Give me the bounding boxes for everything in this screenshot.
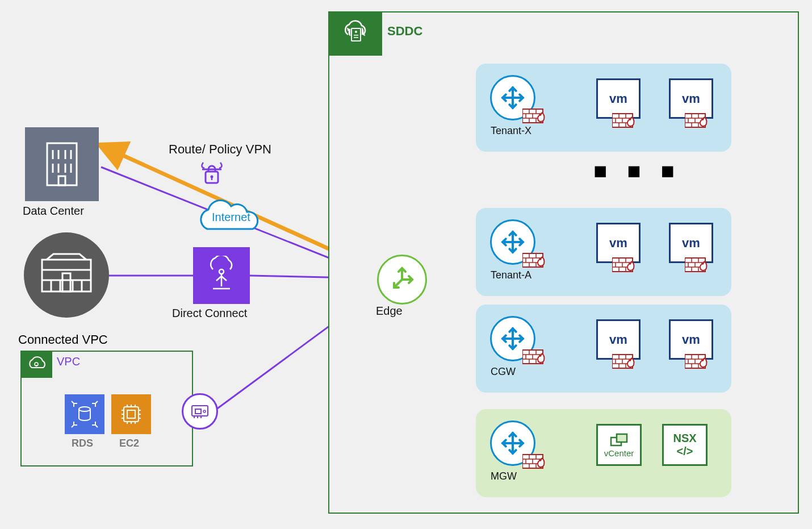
vcenter-label: vCenter	[604, 448, 634, 458]
vcenter-icon	[609, 432, 629, 447]
mgw-label: MGW	[491, 470, 517, 482]
nic-icon	[182, 393, 218, 430]
vpn-lock-icon	[199, 158, 225, 190]
cgw-firewall-icon	[522, 348, 552, 370]
svg-point-48	[203, 410, 206, 413]
tenant-a-vm1-fw-icon	[612, 256, 642, 278]
vcenter-box: vCenter	[596, 424, 642, 466]
svg-rect-32	[124, 407, 139, 422]
svg-rect-14	[42, 260, 91, 291]
svg-rect-0	[351, 28, 361, 41]
svg-rect-21	[62, 273, 70, 291]
tenant-a-label: Tenant-A	[491, 269, 531, 281]
nsx-box: NSX </>	[662, 424, 708, 466]
svg-point-1	[355, 31, 357, 33]
vpc-icon	[20, 351, 52, 378]
internet-label: Internet	[212, 211, 250, 224]
internet-cloud: Internet	[190, 196, 270, 236]
vpc-label: VPC	[57, 355, 80, 368]
svg-line-54	[394, 280, 402, 288]
ellipsis: ■ ■ ■	[593, 158, 681, 184]
nsx-label2: </>	[677, 445, 693, 458]
tenant-x-vm2-fw-icon	[685, 111, 714, 134]
sddc-label: SDDC	[387, 24, 422, 39]
datacenter-icon	[25, 127, 99, 201]
datacenter-label: Data Center	[23, 205, 84, 218]
connected-vpc-label: Connected VPC	[18, 332, 108, 347]
edge-router-icon	[377, 255, 427, 305]
rds-icon	[65, 394, 104, 434]
mgw-firewall-icon	[522, 452, 552, 475]
tenant-x-vm1-fw-icon	[612, 111, 642, 134]
vpn-label: Route/ Policy VPN	[169, 142, 271, 157]
rds-label: RDS	[72, 438, 93, 449]
sddc-icon	[328, 11, 382, 56]
direct-connect-icon	[193, 247, 250, 304]
svg-rect-33	[127, 410, 135, 418]
edge-label: Edge	[376, 305, 403, 318]
cgw-vm2-fw-icon	[685, 352, 714, 375]
svg-point-31	[79, 407, 90, 411]
svg-rect-47	[195, 409, 201, 414]
cgw-label: CGW	[491, 366, 516, 378]
svg-rect-4	[47, 143, 77, 185]
tenant-x-label: Tenant-X	[491, 125, 531, 137]
ec2-label: EC2	[119, 438, 139, 449]
svg-rect-13	[58, 176, 65, 185]
ec2-icon	[111, 394, 151, 434]
tenant-a-vm2-fw-icon	[685, 256, 714, 278]
cgw-vm1-fw-icon	[612, 352, 642, 375]
direct-connect-label: Direct Connect	[172, 307, 247, 320]
svg-rect-70	[617, 434, 627, 442]
svg-point-26	[219, 269, 224, 274]
nsx-label1: NSX	[673, 432, 696, 445]
facility-icon	[24, 232, 109, 318]
